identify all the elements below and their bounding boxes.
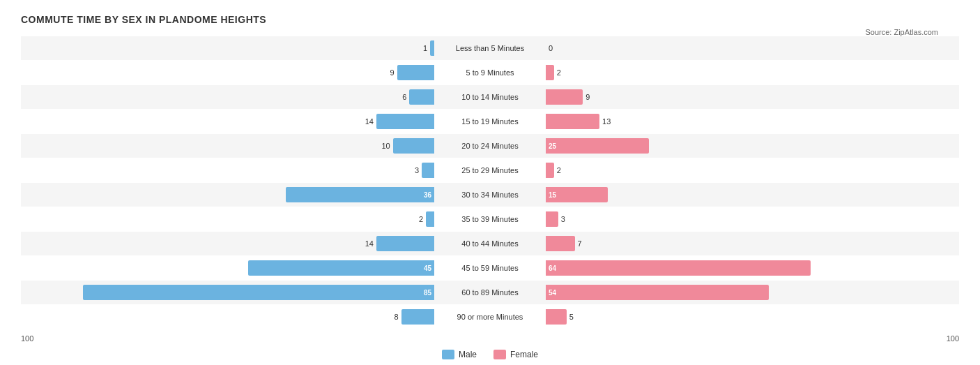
table-row: 85 60 to 89 Minutes 54 xyxy=(21,281,959,304)
female-bar-label: 64 xyxy=(546,265,559,272)
axis-left: 100 xyxy=(21,334,33,343)
left-section: 36 xyxy=(21,186,434,204)
table-row: 2 35 to 39 Minutes 3 xyxy=(21,207,959,231)
row-label: 40 to 44 Minutes xyxy=(434,239,546,248)
left-section: 6 xyxy=(21,88,434,106)
male-bar xyxy=(397,65,434,80)
left-section: 9 xyxy=(21,64,434,82)
female-bar xyxy=(546,309,567,325)
female-bar: 25 xyxy=(546,138,649,154)
male-bar xyxy=(409,89,434,105)
female-bar: 64 xyxy=(546,260,811,276)
right-section: 9 xyxy=(546,88,959,106)
axis-bottom: 100 100 xyxy=(21,334,959,343)
bars-area: 8 90 or more Minutes 5 xyxy=(21,305,959,329)
male-bar xyxy=(401,309,434,325)
bars-area: 3 25 to 29 Minutes 2 xyxy=(21,158,959,182)
female-value: 2 xyxy=(557,166,578,174)
bars-area: 14 40 to 44 Minutes 7 xyxy=(21,232,959,255)
male-value: 10 xyxy=(369,142,390,150)
male-bar: 85 xyxy=(83,285,434,300)
female-value: 9 xyxy=(585,93,606,101)
male-value: 8 xyxy=(378,313,399,321)
axis-right: 100 xyxy=(947,334,959,343)
right-section: 2 xyxy=(546,64,959,82)
male-bar: 45 xyxy=(248,260,434,276)
table-row: 45 45 to 59 Minutes 64 xyxy=(21,256,959,280)
male-bar-label: 36 xyxy=(421,191,434,199)
table-row: 14 40 to 44 Minutes 7 xyxy=(21,232,959,255)
left-section: 8 xyxy=(21,308,434,326)
male-value: 2 xyxy=(402,215,423,223)
table-row: 14 15 to 19 Minutes 13 xyxy=(21,110,959,133)
legend-male: Male xyxy=(442,350,477,359)
bars-area: 1 Less than 5 Minutes 0 xyxy=(21,36,959,60)
chart-container: 1 Less than 5 Minutes 0 9 5 to 9 Minu xyxy=(21,36,959,359)
female-bar-label: 15 xyxy=(546,191,559,199)
row-label: 10 to 14 Minutes xyxy=(434,93,546,101)
row-label: 90 or more Minutes xyxy=(434,313,546,321)
legend-male-box xyxy=(442,350,454,359)
left-section: 2 xyxy=(21,210,434,228)
male-bar xyxy=(422,163,434,178)
bars-area: 6 10 to 14 Minutes 9 xyxy=(21,85,959,109)
male-value: 14 xyxy=(353,117,374,126)
bars-area: 2 35 to 39 Minutes 3 xyxy=(21,207,959,231)
row-label: 60 to 89 Minutes xyxy=(434,288,546,297)
row-label: 5 to 9 Minutes xyxy=(434,68,546,77)
table-row: 10 20 to 24 Minutes 25 xyxy=(21,134,959,158)
left-section: 14 xyxy=(21,112,434,131)
female-value: 7 xyxy=(578,239,599,248)
table-row: 8 90 or more Minutes 5 xyxy=(21,305,959,329)
female-bar: 15 xyxy=(546,187,608,202)
male-value: 1 xyxy=(406,44,427,52)
row-label: 45 to 59 Minutes xyxy=(434,264,546,272)
bars-area: 10 20 to 24 Minutes 25 xyxy=(21,134,959,158)
table-row: 1 Less than 5 Minutes 0 xyxy=(21,36,959,60)
male-value: 6 xyxy=(385,93,406,101)
female-value: 0 xyxy=(549,44,569,52)
right-section: 2 xyxy=(546,161,959,179)
male-bar xyxy=(376,114,434,129)
row-label: 15 to 19 Minutes xyxy=(434,117,546,126)
male-bar-label: 85 xyxy=(421,289,434,297)
male-bar xyxy=(393,138,434,154)
male-bar xyxy=(376,236,434,251)
female-bar xyxy=(546,65,554,80)
row-label: Less than 5 Minutes xyxy=(434,44,546,52)
right-section: 64 xyxy=(546,259,959,277)
female-bar xyxy=(546,89,583,105)
table-row: 3 25 to 29 Minutes 2 xyxy=(21,158,959,182)
row-label: 20 to 24 Minutes xyxy=(434,142,546,150)
male-bar xyxy=(426,211,434,227)
male-bar: 36 xyxy=(286,187,434,202)
female-bar: 54 xyxy=(546,285,769,300)
source-label: Source: ZipAtlas.com xyxy=(865,28,938,36)
right-section: 13 xyxy=(546,112,959,131)
bars-area: 85 60 to 89 Minutes 54 xyxy=(21,281,959,304)
female-bar xyxy=(546,211,558,227)
female-bar-label: 54 xyxy=(546,289,559,297)
row-label: 35 to 39 Minutes xyxy=(434,215,546,223)
bars-area: 14 15 to 19 Minutes 13 xyxy=(21,110,959,133)
right-section: 5 xyxy=(546,308,959,326)
left-section: 85 xyxy=(21,283,434,301)
male-bar-label: 45 xyxy=(421,265,434,272)
right-section: 15 xyxy=(546,186,959,204)
bars-area: 45 45 to 59 Minutes 64 xyxy=(21,256,959,280)
female-bar xyxy=(546,236,575,251)
left-section: 45 xyxy=(21,259,434,277)
bars-area: 9 5 to 9 Minutes 2 xyxy=(21,61,959,84)
right-section: 3 xyxy=(546,210,959,228)
legend-male-label: Male xyxy=(459,350,477,359)
legend: Male Female xyxy=(21,350,959,359)
right-section: 25 xyxy=(546,137,959,155)
male-value: 14 xyxy=(353,239,374,248)
male-value: 9 xyxy=(374,68,395,77)
bars-area: 36 30 to 34 Minutes 15 xyxy=(21,183,959,207)
left-section: 10 xyxy=(21,137,434,155)
legend-female-label: Female xyxy=(510,350,538,359)
chart-title: COMMUTE TIME BY SEX IN PLANDOME HEIGHTS xyxy=(21,14,959,25)
row-label: 25 to 29 Minutes xyxy=(434,166,546,174)
legend-female: Female xyxy=(493,350,538,359)
